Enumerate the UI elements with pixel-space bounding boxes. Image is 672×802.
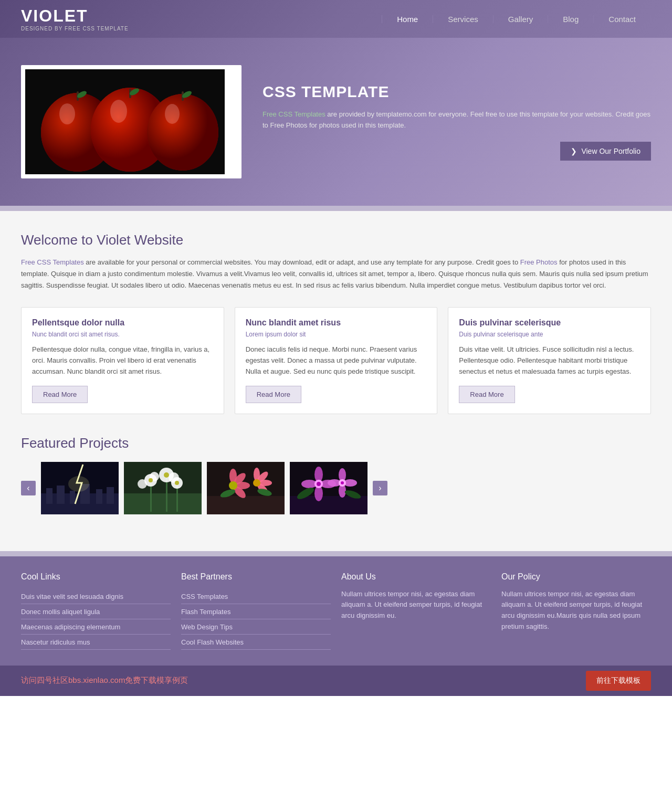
svg-rect-40 (207, 496, 285, 514)
cool-link-4[interactable]: Nascetur ridiculus mus (21, 638, 90, 646)
watermark-label: 访问四号社区bbs.xienlao.com免费下载模享例页 (21, 676, 188, 684)
svg-rect-27 (150, 483, 152, 512)
logo-subtitle: DESIGNED BY FREE CSS TEMPLATE (21, 26, 129, 31)
svg-rect-26 (124, 493, 202, 514)
svg-point-37 (164, 472, 169, 478)
card-2-read-more[interactable]: Read More (246, 386, 301, 403)
card-2-sub: Lorem ipsum dolor sit (246, 331, 427, 338)
cool-link-3[interactable]: Maecenas adipiscing elementum (21, 623, 120, 631)
card-2-body: Donec iaculis felis id neque. Morbi nunc… (246, 344, 427, 377)
featured-section: Featured Projects ‹ (21, 435, 651, 514)
nav-services[interactable]: Services (433, 15, 494, 23)
project-thumb-3[interactable] (207, 462, 285, 514)
list-item: Maecenas adipiscing elementum (21, 619, 171, 635)
chevron-right-icon: ❯ (571, 147, 577, 155)
svg-rect-18 (46, 488, 52, 504)
download-button[interactable]: 前往下载模板 (586, 671, 651, 691)
card-1: Pellentsque dolor nulla Nunc blandit orc… (21, 307, 224, 414)
footer-best-partners-list: CSS Templates Flash Templates Web Design… (181, 589, 331, 650)
list-item: Donec mollis aliquet ligula (21, 604, 171, 619)
hero-image-frame (21, 65, 242, 178)
card-2: Nunc blandit amet risus Lorem ipsum dolo… (235, 307, 438, 414)
svg-point-6 (147, 94, 218, 171)
footer-best-partners-heading: Best Partners (181, 572, 331, 582)
cards-section: Pellentsque dolor nulla Nunc blandit orc… (21, 307, 651, 414)
list-item: CSS Templates (181, 589, 331, 604)
bottom-bar: 访问四号社区bbs.xienlao.com免费下载模享例页 前往下载模板 (0, 666, 672, 696)
list-item: Duis vitae velit sed lesuada dignis (21, 589, 171, 604)
partner-link-3[interactable]: Web Design Tips (181, 623, 233, 631)
footer: Cool Links Duis vitae velit sed lesuada … (0, 556, 672, 666)
welcome-section: Welcome to Violet Website Free CSS Templ… (21, 232, 651, 291)
card-1-body: Pellentesque dolor nulla, congue vitae, … (32, 344, 213, 377)
logo: VIOLET DESIGNED BY FREE CSS TEMPLATE (21, 6, 129, 31)
nav-home[interactable]: Home (382, 15, 433, 23)
card-3: Duis pulvinar scelerisque Duis pulvinar … (448, 307, 651, 414)
hero-image (25, 69, 225, 174)
list-item: Cool Flash Websites (181, 635, 331, 650)
footer-col-best-partners: Best Partners CSS Templates Flash Templa… (181, 572, 331, 650)
welcome-link2[interactable]: Free Photos (520, 258, 558, 266)
project-thumb-2[interactable] (124, 462, 202, 514)
footer-policy-body: Nullam ultrices tempor nisi, ac egestas … (501, 589, 651, 632)
hero-section: CSS TEMPLATE Free CSS Templates are prov… (0, 38, 672, 206)
footer-col-policy: Our Policy Nullam ultrices tempor nisi, … (501, 572, 651, 650)
project-thumb-4[interactable] (290, 462, 368, 514)
footer-about-body: Nullam ultrices tempor nisi, ac egestas … (341, 589, 491, 621)
projects-carousel: ‹ (21, 462, 651, 514)
svg-rect-28 (166, 478, 167, 512)
cool-link-2[interactable]: Donec mollis aliquet ligula (21, 608, 100, 616)
nav-blog[interactable]: Blog (548, 15, 594, 23)
main-content: Welcome to Violet Website Free CSS Templ… (0, 211, 672, 551)
partner-link-2[interactable]: Flash Templates (181, 608, 230, 616)
svg-point-45 (229, 481, 237, 490)
welcome-link1[interactable]: Free CSS Templates (21, 258, 84, 266)
card-3-title: Duis pulvinar scelerisque (459, 318, 640, 328)
section-divider (0, 206, 672, 211)
nav-gallery[interactable]: Gallery (494, 15, 549, 23)
list-item: Flash Templates (181, 604, 331, 619)
header: VIOLET DESIGNED BY FREE CSS TEMPLATE Hom… (0, 0, 672, 38)
welcome-heading: Welcome to Violet Website (21, 232, 651, 248)
card-2-title: Nunc blandit amet risus (246, 318, 427, 328)
footer-cool-links-heading: Cool Links (21, 572, 171, 582)
hero-link[interactable]: Free CSS Templates (262, 110, 326, 118)
svg-point-36 (149, 478, 153, 482)
card-3-body: Duis vitae velit. Ut ultricies. Fusce so… (459, 344, 640, 377)
svg-rect-29 (176, 486, 178, 512)
list-item: Web Design Tips (181, 619, 331, 635)
carousel-next-button[interactable]: › (373, 481, 387, 495)
cool-link-1[interactable]: Duis vitae velit sed lesuada dignis (21, 593, 123, 600)
svg-rect-20 (70, 491, 75, 504)
footer-cool-links-list: Duis vitae velit sed lesuada dignis Done… (21, 589, 171, 650)
nav-contact[interactable]: Contact (594, 15, 651, 23)
partner-link-1[interactable]: CSS Templates (181, 593, 228, 600)
portfolio-button[interactable]: ❯ View Our Portfolio (560, 142, 651, 161)
partner-link-4[interactable]: Cool Flash Websites (181, 638, 244, 646)
svg-rect-23 (107, 487, 114, 504)
watermark-text: 访问四号社区bbs.xienlao.com免费下载模享例页 (21, 676, 188, 685)
logo-title: VIOLET (21, 6, 129, 26)
main-nav: Home Services Gallery Blog Contact (382, 15, 651, 23)
featured-heading: Featured Projects (21, 435, 651, 451)
footer-policy-heading: Our Policy (501, 572, 651, 582)
card-3-sub: Duis pulvinar scelerisque ante (459, 331, 640, 338)
card-1-read-more[interactable]: Read More (32, 386, 88, 403)
footer-about-heading: About Us (341, 572, 491, 582)
svg-point-50 (253, 479, 260, 487)
hero-description: Free CSS Templates are provided by templ… (262, 109, 651, 131)
svg-point-60 (317, 482, 321, 486)
card-1-sub: Nunc blandit orci sit amet risus. (32, 331, 213, 338)
svg-rect-19 (57, 486, 65, 504)
card-3-read-more[interactable]: Read More (459, 386, 514, 403)
svg-rect-22 (96, 489, 102, 504)
hero-title: CSS TEMPLATE (262, 83, 651, 101)
carousel-prev-button[interactable]: ‹ (21, 481, 36, 495)
svg-point-24 (68, 476, 89, 492)
project-thumb-1[interactable] (41, 462, 119, 514)
svg-point-14 (110, 100, 127, 123)
welcome-body: Free CSS Templates are available for you… (21, 257, 651, 291)
svg-point-38 (175, 481, 179, 485)
section-divider-2 (0, 551, 672, 556)
svg-point-66 (341, 481, 344, 484)
